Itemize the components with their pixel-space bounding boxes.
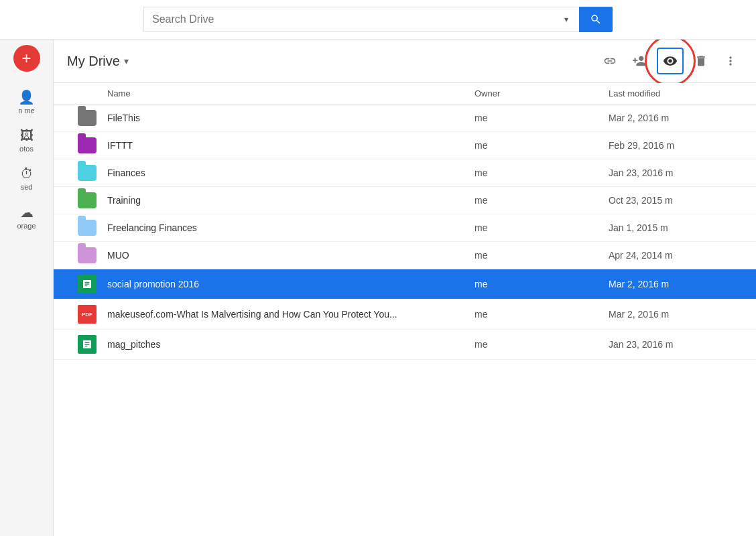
link-button[interactable] (598, 49, 622, 73)
search-dropdown-btn[interactable]: ▾ (562, 15, 571, 24)
table-row[interactable]: TrainingmeOct 23, 2015 m (54, 187, 756, 214)
folder-icon (78, 110, 97, 126)
file-name: FileThis (107, 113, 475, 123)
folder-icon (78, 165, 97, 181)
file-name: mag_pitches (107, 339, 475, 350)
toolbar: My Drive ▾ (54, 40, 756, 83)
photos-icon: 🖼 (5, 128, 48, 143)
sidebar-item-used[interactable]: ⏱ sed (0, 159, 53, 198)
file-icon (67, 165, 107, 181)
file-modified: Mar 2, 2016 m (609, 279, 743, 289)
file-modified: Apr 24, 2014 m (609, 250, 743, 261)
table-row[interactable]: MUOmeApr 24, 2014 m (54, 242, 756, 269)
file-modified: Feb 29, 2016 m (609, 140, 743, 151)
file-name: Freelancing Finances (107, 222, 475, 233)
file-owner: me (475, 279, 609, 289)
content-area: + 👤 n me 🖼 otos ⏱ sed ☁ orage My Drive ▾ (0, 40, 756, 536)
preview-button[interactable] (657, 48, 684, 74)
file-rows-container: FileThismeMar 2, 2016 mIFTTTmeFeb 29, 20… (54, 105, 756, 360)
file-icon (67, 335, 107, 354)
search-button[interactable] (579, 7, 613, 32)
table-row[interactable]: PDFmakeuseof.com-What Is Malvertising an… (54, 299, 756, 330)
file-icon: PDF (67, 305, 107, 324)
preview-btn-wrapper (657, 48, 684, 74)
file-modified: Mar 2, 2016 m (609, 113, 743, 123)
new-button[interactable]: + (13, 45, 40, 72)
sheets-dark-icon (78, 335, 97, 354)
search-input[interactable] (152, 13, 562, 25)
search-input-wrapper: ▾ (143, 7, 579, 32)
eye-icon (663, 54, 678, 68)
sheets-icon (78, 275, 97, 293)
file-icon (67, 275, 107, 293)
file-icon (67, 110, 107, 126)
file-owner: me (475, 113, 609, 123)
file-name: Training (107, 195, 475, 206)
folder-icon (78, 192, 97, 208)
search-icon (590, 13, 602, 25)
file-owner: me (475, 140, 609, 151)
file-owner: me (475, 309, 609, 320)
search-container: ▾ (143, 7, 613, 32)
file-table: Name Owner Last modified FileThismeMar 2… (54, 83, 756, 536)
table-header: Name Owner Last modified (54, 83, 756, 105)
file-owner: me (475, 168, 609, 178)
file-name: makeuseof.com-What Is Malvertising and H… (107, 309, 475, 320)
toolbar-actions (598, 48, 743, 74)
file-owner: me (475, 339, 609, 350)
sidebar-item-photos[interactable]: 🖼 otos (0, 121, 53, 159)
sidebar-label-photos: otos (19, 145, 34, 153)
file-modified: Jan 23, 2016 m (609, 168, 743, 178)
trash-icon (694, 54, 708, 68)
sidebar-label-storage: orage (17, 222, 36, 230)
file-modified: Mar 2, 2016 m (609, 309, 743, 320)
file-owner: me (475, 195, 609, 206)
file-icon (67, 192, 107, 208)
file-icon (67, 137, 107, 153)
file-name: social promotion 2016 (107, 279, 475, 289)
table-row[interactable]: FinancesmeJan 23, 2016 m (54, 159, 756, 187)
add-person-button[interactable] (627, 49, 651, 73)
sidebar-item-shared-me[interactable]: 👤 n me (0, 82, 53, 121)
col-header-modified: Last modified (609, 88, 743, 98)
sidebar: + 👤 n me 🖼 otos ⏱ sed ☁ orage (0, 40, 54, 536)
file-modified: Jan 1, 2015 m (609, 222, 743, 233)
col-header-name: Name (107, 88, 475, 98)
my-drive-title: My Drive (67, 54, 120, 69)
file-icon (67, 247, 107, 263)
more-options-button[interactable] (718, 49, 743, 73)
folder-icon (78, 137, 97, 153)
folder-icon (78, 220, 97, 236)
pdf-icon: PDF (78, 305, 97, 324)
table-row[interactable]: social promotion 2016meMar 2, 2016 m (54, 269, 756, 299)
top-bar: ▾ (0, 0, 756, 40)
file-modified: Jan 23, 2016 m (609, 339, 743, 350)
file-name: Finances (107, 168, 475, 178)
file-name: MUO (107, 250, 475, 261)
file-modified: Oct 23, 2015 m (609, 195, 743, 206)
more-icon (724, 54, 737, 68)
folder-icon (78, 247, 97, 263)
main-content: My Drive ▾ (54, 40, 756, 536)
title-dropdown-arrow[interactable]: ▾ (124, 56, 129, 66)
file-name: IFTTT (107, 140, 475, 151)
sidebar-label-used: sed (21, 183, 33, 191)
used-icon: ⏱ (5, 166, 48, 182)
file-owner: me (475, 250, 609, 261)
add-person-icon (632, 54, 647, 68)
file-icon (67, 220, 107, 236)
sidebar-item-storage[interactable]: ☁ orage (0, 198, 53, 237)
table-row[interactable]: Freelancing FinancesmeJan 1, 2015 m (54, 214, 756, 242)
storage-icon: ☁ (5, 204, 48, 220)
table-row[interactable]: FileThismeMar 2, 2016 m (54, 105, 756, 132)
trash-button[interactable] (689, 49, 713, 73)
link-icon (603, 54, 617, 68)
col-header-empty (67, 88, 107, 98)
shared-me-icon: 👤 (5, 89, 48, 105)
col-header-owner: Owner (475, 88, 609, 98)
sidebar-label-shared-me: n me (18, 107, 34, 115)
table-row[interactable]: IFTTTmeFeb 29, 2016 m (54, 132, 756, 159)
toolbar-title: My Drive ▾ (67, 54, 598, 69)
table-row[interactable]: mag_pitchesmeJan 23, 2016 m (54, 330, 756, 360)
file-owner: me (475, 222, 609, 233)
